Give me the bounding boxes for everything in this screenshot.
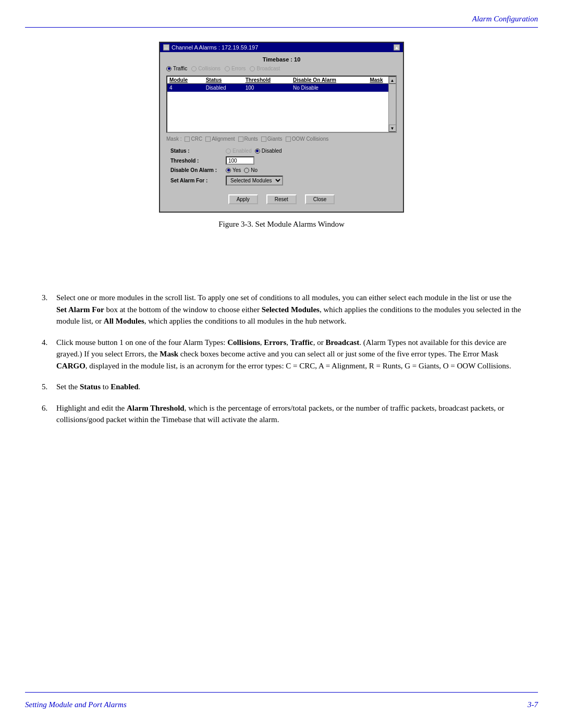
alarm-type-broadcast[interactable]: Broadcast <box>250 66 280 71</box>
body-item-4: 4. Click mouse button 1 on one of the fo… <box>42 337 521 372</box>
disable-on-alarm-label: Disable On Alarm : <box>170 167 223 173</box>
dialog-title: Channel A Alarms : 172.19.59.197 <box>172 44 258 51</box>
errors-radio[interactable] <box>225 66 230 71</box>
broadcast-radio[interactable] <box>250 66 255 71</box>
header-line <box>25 27 538 28</box>
mask-giants[interactable]: Giants <box>261 136 283 142</box>
item-text-6: Highlight and edit the Alarm Threshold, … <box>56 402 521 426</box>
cell-disable-on-alarm: No Disable <box>291 84 368 92</box>
mask-label: Mask : <box>166 136 181 142</box>
disable-no[interactable]: No <box>244 167 258 173</box>
timebase-row: Timebase : 10 <box>166 56 397 63</box>
crc-checkbox[interactable] <box>185 137 190 142</box>
col-threshold: Threshold <box>243 77 291 84</box>
dialog-body: Timebase : 10 Traffic Collisions Er <box>160 52 403 212</box>
runts-label: Runts <box>244 136 258 142</box>
collisions-radio[interactable] <box>191 66 197 71</box>
body-item-3: 3. Select one or more modules in the scr… <box>42 292 521 327</box>
errors-label: Errors <box>231 66 246 71</box>
footer-right: 3-7 <box>528 700 538 709</box>
item-text-5: Set the Status to Enabled. <box>56 381 521 393</box>
oow-label: OOW Collisions <box>292 136 329 142</box>
col-disable-on-alarm: Disable On Alarm <box>291 77 368 84</box>
giants-label: Giants <box>267 136 283 142</box>
alarm-type-errors[interactable]: Errors <box>225 66 246 71</box>
threshold-label: Threshold : <box>170 158 223 164</box>
crc-label: CRC <box>191 136 202 142</box>
page-header: Alarm Configuration <box>472 15 538 23</box>
disabled-radio[interactable] <box>255 149 260 154</box>
timebase-label: Timebase : <box>263 56 292 63</box>
dialog-window: — Channel A Alarms : 172.19.59.197 ▲ Tim… <box>159 42 404 213</box>
titlebar-resize-btn[interactable]: ▲ <box>394 44 400 51</box>
dialog-titlebar: — Channel A Alarms : 172.19.59.197 ▲ <box>160 43 403 52</box>
col-status: Status <box>204 77 243 84</box>
figure-container: — Channel A Alarms : 172.19.59.197 ▲ Tim… <box>159 42 404 229</box>
figure-caption: Figure 3-3. Set Module Alarms Window <box>218 220 345 229</box>
mask-row: Mask : CRC Alignment Runts Giants <box>166 136 397 142</box>
status-enabled[interactable]: Enabled <box>226 148 252 154</box>
traffic-label: Traffic <box>173 66 187 71</box>
traffic-radio[interactable] <box>166 66 172 71</box>
cell-module: 4 <box>167 84 204 92</box>
runts-checkbox[interactable] <box>238 137 243 142</box>
threshold-input[interactable] <box>226 156 254 165</box>
module-table: Module Status Threshold Disable On Alarm… <box>167 77 396 92</box>
status-row: Status : Enabled Disabled <box>170 148 393 154</box>
mask-runts[interactable]: Runts <box>238 136 258 142</box>
reset-button[interactable]: Reset <box>266 194 297 204</box>
enabled-label: Enabled <box>232 148 252 154</box>
broadcast-label: Broadcast <box>256 66 280 71</box>
mask-alignment[interactable]: Alignment <box>205 136 235 142</box>
no-label: No <box>251 167 258 173</box>
table-scroll-area[interactable]: Module Status Threshold Disable On Alarm… <box>166 76 397 133</box>
mask-crc[interactable]: CRC <box>185 136 202 142</box>
disable-on-alarm-row: Disable On Alarm : Yes No <box>170 167 393 173</box>
apply-button[interactable]: Apply <box>228 194 258 204</box>
table-scrollbar[interactable]: ▲ ▼ <box>388 77 396 132</box>
set-alarm-for-row: Set Alarm For : Selected Modules All Mod… <box>170 176 393 186</box>
body-item-5: 5. Set the Status to Enabled. <box>42 381 521 393</box>
status-label: Status : <box>170 148 223 154</box>
footer-left: Setting Module and Port Alarms <box>25 700 127 709</box>
scroll-down-arrow[interactable]: ▼ <box>389 125 396 132</box>
giants-checkbox[interactable] <box>261 137 266 142</box>
collisions-label: Collisions <box>198 66 221 71</box>
close-button[interactable]: Close <box>305 194 335 204</box>
col-module: Module <box>167 77 204 84</box>
alarm-types-row: Traffic Collisions Errors Broadcast <box>166 66 397 71</box>
body-item-6: 6. Highlight and edit the Alarm Threshol… <box>42 402 521 426</box>
disable-yes[interactable]: Yes <box>226 167 241 173</box>
alarm-type-traffic[interactable]: Traffic <box>166 66 187 71</box>
item-text-4: Click mouse button 1 on one of the four … <box>56 337 521 372</box>
enabled-radio[interactable] <box>226 149 231 154</box>
oow-checkbox[interactable] <box>286 137 291 142</box>
threshold-row: Threshold : <box>170 156 393 165</box>
item-number-5: 5. <box>42 381 51 393</box>
alarm-type-collisions[interactable]: Collisions <box>191 66 221 71</box>
status-disabled[interactable]: Disabled <box>255 148 282 154</box>
item-number-3: 3. <box>42 292 51 327</box>
footer-line <box>25 692 538 693</box>
page-footer: Setting Module and Port Alarms 3-7 <box>25 700 538 709</box>
mask-oow[interactable]: OOW Collisions <box>286 136 329 142</box>
yes-radio[interactable] <box>226 168 231 173</box>
titlebar-left: — Channel A Alarms : 172.19.59.197 <box>163 44 258 51</box>
titlebar-menu-btn[interactable]: — <box>163 44 169 51</box>
form-section: Status : Enabled Disabled Threshold : <box>166 146 397 190</box>
table-row[interactable]: 4 Disabled 100 No Disable <box>167 84 396 92</box>
item-number-4: 4. <box>42 337 51 372</box>
buttons-row: Apply Reset Close <box>166 194 397 204</box>
cell-threshold: 100 <box>243 84 291 92</box>
set-alarm-for-dropdown[interactable]: Selected Modules All Modules <box>226 176 283 186</box>
item-number-6: 6. <box>42 402 51 426</box>
scroll-up-arrow[interactable]: ▲ <box>389 77 396 84</box>
yes-label: Yes <box>232 167 241 173</box>
alignment-checkbox[interactable] <box>205 137 211 142</box>
no-radio[interactable] <box>244 168 249 173</box>
set-alarm-for-label: Set Alarm For : <box>170 178 223 183</box>
cell-status: Disabled <box>204 84 243 92</box>
module-table-container: Module Status Threshold Disable On Alarm… <box>166 76 397 133</box>
disabled-label: Disabled <box>262 148 282 154</box>
timebase-value: 10 <box>294 56 300 63</box>
